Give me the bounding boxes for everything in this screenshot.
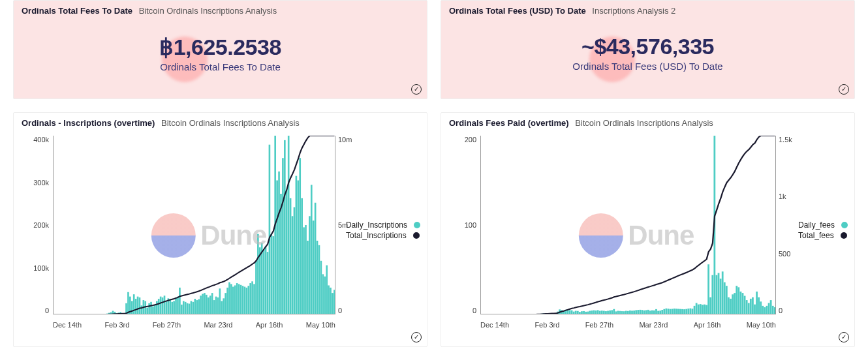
svg-rect-292 — [770, 300, 772, 314]
x-tick: Feb 3rd — [104, 321, 129, 329]
svg-rect-214 — [613, 309, 615, 314]
verified-icon[interactable] — [839, 84, 849, 95]
legend-swatch-teal-icon — [841, 222, 848, 228]
svg-rect-43 — [135, 299, 137, 314]
svg-rect-147 — [333, 290, 335, 314]
svg-rect-124 — [290, 198, 292, 314]
panel-subtitle: Bitcoin Ordinals Inscriptions Analysis — [139, 6, 277, 16]
svg-rect-107 — [257, 234, 259, 314]
svg-rect-127 — [296, 176, 298, 314]
svg-rect-233 — [651, 311, 653, 314]
svg-rect-221 — [627, 311, 629, 314]
svg-rect-98 — [240, 285, 242, 314]
svg-rect-65 — [177, 297, 179, 314]
svg-rect-94 — [232, 287, 234, 314]
x-tick: Feb 27th — [153, 321, 181, 329]
svg-rect-85 — [215, 297, 217, 314]
svg-rect-269 — [724, 282, 726, 314]
svg-rect-138 — [317, 241, 318, 314]
panel-title: Ordinals Fees Paid (overtime) — [449, 118, 569, 128]
svg-rect-273 — [732, 294, 734, 314]
svg-rect-57 — [162, 297, 164, 314]
x-tick: Apr 16th — [256, 321, 283, 329]
svg-rect-219 — [623, 311, 625, 314]
svg-rect-46 — [141, 305, 143, 314]
svg-rect-121 — [284, 140, 286, 314]
svg-rect-193 — [571, 311, 573, 314]
svg-rect-254 — [694, 306, 696, 314]
svg-rect-86 — [217, 297, 219, 314]
svg-rect-285 — [756, 292, 758, 314]
svg-rect-225 — [635, 310, 637, 314]
svg-rect-248 — [681, 309, 683, 314]
legend-row-bars: Daily_Inscriptions — [346, 220, 420, 230]
x-tick: Mar 23rd — [204, 321, 232, 329]
y-tick: 0 — [779, 307, 805, 314]
svg-rect-281 — [748, 303, 750, 314]
svg-rect-61 — [169, 300, 171, 314]
svg-rect-191 — [567, 311, 569, 314]
svg-rect-58 — [164, 296, 166, 314]
verified-icon[interactable] — [411, 332, 422, 342]
svg-rect-79 — [204, 293, 206, 314]
x-axis: Dec 14thFeb 3rdFeb 27thMar 23rdApr 16thM… — [53, 321, 335, 329]
y-tick: 0 — [45, 307, 49, 314]
svg-rect-242 — [670, 309, 672, 314]
svg-rect-88 — [221, 301, 223, 314]
svg-rect-243 — [672, 309, 674, 314]
y-tick: 400k — [33, 136, 49, 144]
svg-rect-239 — [663, 309, 665, 314]
chart-svg — [53, 136, 335, 314]
big-number-wrap: ~$43,576,335 Ordinals Total Fees (USD) T… — [441, 18, 854, 98]
svg-rect-91 — [226, 288, 228, 314]
svg-rect-196 — [577, 311, 579, 314]
verified-icon[interactable] — [411, 84, 422, 95]
svg-rect-288 — [762, 306, 764, 314]
svg-rect-240 — [666, 309, 668, 314]
big-number-wrap: ฿1,625.2538 Ordinals Total Fees To Date — [14, 18, 427, 99]
y-tick: 10m — [338, 136, 364, 144]
svg-rect-49 — [146, 308, 148, 314]
svg-rect-90 — [225, 293, 226, 314]
svg-rect-207 — [599, 311, 601, 314]
chart-svg — [480, 136, 776, 314]
svg-rect-63 — [173, 301, 175, 314]
svg-rect-82 — [209, 296, 211, 314]
svg-rect-223 — [631, 311, 633, 314]
svg-rect-83 — [211, 293, 213, 314]
panel-title: Ordinals Total Fees (USD) To Date — [449, 6, 586, 16]
svg-rect-287 — [760, 301, 762, 314]
svg-rect-128 — [297, 181, 299, 315]
svg-rect-249 — [683, 309, 685, 314]
svg-rect-216 — [617, 311, 619, 314]
svg-rect-198 — [581, 311, 583, 314]
svg-rect-235 — [655, 309, 657, 314]
panel-subtitle: Bitcoin Ordinals Inscriptions Analysis — [161, 118, 300, 128]
svg-rect-77 — [200, 296, 202, 314]
svg-rect-122 — [286, 189, 288, 314]
svg-rect-119 — [280, 194, 282, 314]
y-tick: 1k — [779, 192, 805, 200]
verified-icon[interactable] — [839, 332, 849, 342]
svg-rect-125 — [292, 216, 294, 314]
fees-usd-value: ~$43,576,335 — [441, 34, 854, 59]
svg-rect-62 — [171, 302, 173, 314]
x-tick: Apr 16th — [694, 321, 721, 329]
svg-rect-274 — [734, 293, 736, 314]
svg-rect-217 — [619, 311, 621, 314]
x-tick: Feb 27th — [585, 321, 613, 329]
svg-rect-203 — [591, 311, 593, 314]
svg-rect-133 — [307, 241, 309, 314]
svg-rect-95 — [234, 285, 236, 314]
svg-rect-224 — [633, 311, 635, 314]
svg-rect-117 — [276, 181, 278, 315]
svg-rect-261 — [707, 264, 709, 314]
svg-rect-284 — [754, 305, 756, 314]
svg-rect-123 — [288, 136, 290, 314]
svg-rect-244 — [674, 309, 675, 314]
svg-rect-53 — [154, 305, 156, 314]
svg-rect-115 — [272, 236, 274, 314]
svg-rect-76 — [198, 299, 200, 314]
svg-rect-282 — [750, 299, 752, 314]
legend-row-line: Total_fees — [798, 231, 848, 240]
